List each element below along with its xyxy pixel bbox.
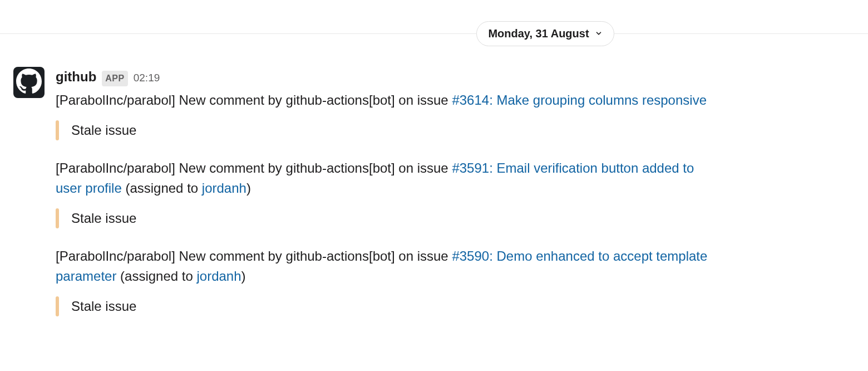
assigned-suffix: ) bbox=[241, 269, 246, 284]
message-timestamp: 02:19 bbox=[134, 70, 160, 86]
attachment-bar bbox=[56, 296, 59, 316]
notification-item: [ParabolInc/parabol] New comment by gith… bbox=[56, 246, 723, 286]
app-badge: APP bbox=[102, 71, 127, 86]
attachment: Stale issue bbox=[56, 296, 732, 316]
date-pill-button[interactable]: Monday, 31 August bbox=[476, 21, 614, 46]
message: github APP 02:19 [ParabolInc/parabol] Ne… bbox=[0, 50, 746, 334]
message-header: github APP 02:19 bbox=[56, 67, 732, 87]
date-label: Monday, 31 August bbox=[488, 27, 589, 40]
attachment-text: Stale issue bbox=[71, 208, 136, 228]
attachment-text: Stale issue bbox=[71, 296, 136, 316]
github-avatar[interactable] bbox=[13, 67, 45, 98]
issue-link[interactable]: #3614: Make grouping columns responsive bbox=[452, 92, 707, 108]
assignee-link[interactable]: jordanh bbox=[202, 180, 246, 196]
attachment: Stale issue bbox=[56, 120, 732, 140]
assigned-suffix: ) bbox=[246, 180, 251, 196]
message-body: github APP 02:19 [ParabolInc/parabol] Ne… bbox=[56, 67, 732, 334]
divider-line bbox=[0, 33, 868, 34]
notification-item: [ParabolInc/parabol] New comment by gith… bbox=[56, 90, 723, 110]
attachment-bar bbox=[56, 208, 59, 228]
assignee-link[interactable]: jordanh bbox=[196, 269, 241, 284]
notification-prefix: [ParabolInc/parabol] New comment by gith… bbox=[56, 248, 452, 263]
chevron-down-icon bbox=[595, 27, 603, 40]
date-divider: Monday, 31 August bbox=[0, 17, 868, 50]
sender-name[interactable]: github bbox=[56, 67, 96, 87]
assigned-prefix: (assigned to bbox=[116, 269, 196, 284]
attachment-bar bbox=[56, 120, 59, 140]
attachment: Stale issue bbox=[56, 208, 732, 228]
assigned-prefix: (assigned to bbox=[122, 180, 202, 196]
notification-item: [ParabolInc/parabol] New comment by gith… bbox=[56, 158, 723, 198]
notification-prefix: [ParabolInc/parabol] New comment by gith… bbox=[56, 160, 452, 175]
notification-prefix: [ParabolInc/parabol] New comment by gith… bbox=[56, 92, 452, 108]
attachment-text: Stale issue bbox=[71, 120, 136, 140]
github-icon bbox=[16, 69, 42, 96]
